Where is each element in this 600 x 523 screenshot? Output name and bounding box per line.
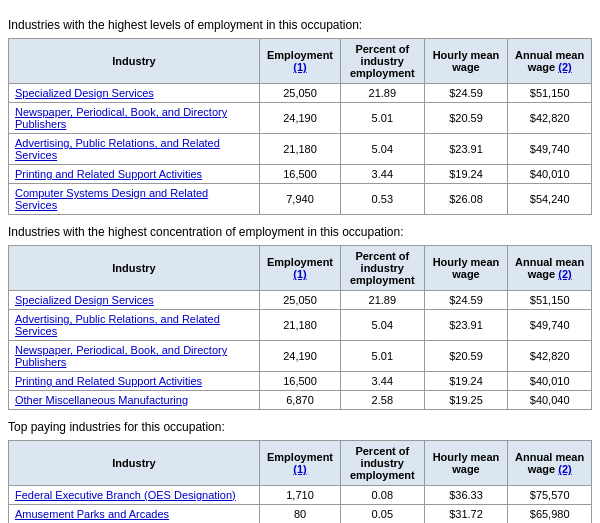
cell-0-2-2: $23.91 <box>424 134 508 165</box>
cell-1-3-3: $40,010 <box>508 372 592 391</box>
table-row: Amusement Parks and Arcades800.05$31.72$… <box>9 505 592 524</box>
cell-0-1-0: 24,190 <box>260 103 341 134</box>
industry-cell-1-3: Printing and Related Support Activities <box>9 372 260 391</box>
table-row: Newspaper, Periodical, Book, and Directo… <box>9 341 592 372</box>
table-row: Specialized Design Services25,05021.89$2… <box>9 291 592 310</box>
cell-2-0-3: $75,570 <box>508 486 592 505</box>
industry-cell-1-0: Specialized Design Services <box>9 291 260 310</box>
section-title-0: Industries with the highest levels of em… <box>8 18 592 32</box>
hourly-header-0: Hourly meanwage <box>424 39 508 84</box>
annual-header-1: Annual meanwage (2) <box>508 246 592 291</box>
industry-table-0: IndustryEmployment(1)Percent ofindustrye… <box>8 38 592 215</box>
industry-link-2-1[interactable]: Amusement Parks and Arcades <box>15 508 169 520</box>
industry-link-0-4[interactable]: Computer Systems Design and Related Serv… <box>15 187 208 211</box>
annual-header-2: Annual meanwage (2) <box>508 441 592 486</box>
industry-link-1-1[interactable]: Advertising, Public Relations, and Relat… <box>15 313 220 337</box>
industry-header-2: Industry <box>9 441 260 486</box>
cell-1-2-1: 5.01 <box>340 341 424 372</box>
cell-0-1-2: $20.59 <box>424 103 508 134</box>
industry-link-0-3[interactable]: Printing and Related Support Activities <box>15 168 202 180</box>
cell-0-4-2: $26.08 <box>424 184 508 215</box>
table-row: Other Miscellaneous Manufacturing6,8702.… <box>9 391 592 410</box>
cell-0-1-3: $42,820 <box>508 103 592 134</box>
industry-cell-0-2: Advertising, Public Relations, and Relat… <box>9 134 260 165</box>
section-title-2: Top paying industries for this occupatio… <box>8 420 592 434</box>
cell-1-4-2: $19.25 <box>424 391 508 410</box>
cell-1-1-2: $23.91 <box>424 310 508 341</box>
employment-footnote-link-0[interactable]: (1) <box>293 61 306 73</box>
industry-table-1: IndustryEmployment(1)Percent ofindustrye… <box>8 245 592 410</box>
hourly-header-2: Hourly meanwage <box>424 441 508 486</box>
employment-header-0: Employment(1) <box>260 39 341 84</box>
industry-link-1-2[interactable]: Newspaper, Periodical, Book, and Directo… <box>15 344 227 368</box>
annual-footnote-link-0[interactable]: (2) <box>558 61 571 73</box>
table-row: Specialized Design Services25,05021.89$2… <box>9 84 592 103</box>
cell-0-0-3: $51,150 <box>508 84 592 103</box>
cell-0-4-3: $54,240 <box>508 184 592 215</box>
annual-footnote-link-1[interactable]: (2) <box>558 268 571 280</box>
industry-header-1: Industry <box>9 246 260 291</box>
industry-link-1-3[interactable]: Printing and Related Support Activities <box>15 375 202 387</box>
table-row: Federal Executive Branch (OES Designatio… <box>9 486 592 505</box>
cell-2-0-1: 0.08 <box>340 486 424 505</box>
cell-0-3-2: $19.24 <box>424 165 508 184</box>
industry-cell-0-4: Computer Systems Design and Related Serv… <box>9 184 260 215</box>
cell-0-2-1: 5.04 <box>340 134 424 165</box>
cell-1-1-0: 21,180 <box>260 310 341 341</box>
table-row: Printing and Related Support Activities1… <box>9 165 592 184</box>
cell-1-1-3: $49,740 <box>508 310 592 341</box>
table-row: Advertising, Public Relations, and Relat… <box>9 134 592 165</box>
industry-link-0-1[interactable]: Newspaper, Periodical, Book, and Directo… <box>15 106 227 130</box>
industry-link-0-0[interactable]: Specialized Design Services <box>15 87 154 99</box>
industry-link-2-0[interactable]: Federal Executive Branch (OES Designatio… <box>15 489 236 501</box>
table-row: Newspaper, Periodical, Book, and Directo… <box>9 103 592 134</box>
cell-2-1-0: 80 <box>260 505 341 524</box>
industry-link-0-2[interactable]: Advertising, Public Relations, and Relat… <box>15 137 220 161</box>
cell-1-0-0: 25,050 <box>260 291 341 310</box>
industry-cell-1-2: Newspaper, Periodical, Book, and Directo… <box>9 341 260 372</box>
hourly-header-1: Hourly meanwage <box>424 246 508 291</box>
cell-0-0-2: $24.59 <box>424 84 508 103</box>
industry-link-1-0[interactable]: Specialized Design Services <box>15 294 154 306</box>
cell-1-0-3: $51,150 <box>508 291 592 310</box>
employment-header-1: Employment(1) <box>260 246 341 291</box>
cell-2-0-2: $36.33 <box>424 486 508 505</box>
cell-1-3-2: $19.24 <box>424 372 508 391</box>
cell-0-1-1: 5.01 <box>340 103 424 134</box>
industry-cell-2-1: Amusement Parks and Arcades <box>9 505 260 524</box>
industry-table-2: IndustryEmployment(1)Percent ofindustrye… <box>8 440 592 523</box>
cell-0-3-3: $40,010 <box>508 165 592 184</box>
annual-header-0: Annual meanwage (2) <box>508 39 592 84</box>
cell-0-0-1: 21.89 <box>340 84 424 103</box>
table-row: Computer Systems Design and Related Serv… <box>9 184 592 215</box>
industry-cell-1-1: Advertising, Public Relations, and Relat… <box>9 310 260 341</box>
table-row: Advertising, Public Relations, and Relat… <box>9 310 592 341</box>
section-title-1: Industries with the highest concentratio… <box>8 225 592 239</box>
cell-2-1-3: $65,980 <box>508 505 592 524</box>
percent-header-0: Percent ofindustryemployment <box>340 39 424 84</box>
cell-0-3-0: 16,500 <box>260 165 341 184</box>
industry-link-1-4[interactable]: Other Miscellaneous Manufacturing <box>15 394 188 406</box>
industry-cell-0-0: Specialized Design Services <box>9 84 260 103</box>
industry-header-0: Industry <box>9 39 260 84</box>
percent-header-2: Percent ofindustryemployment <box>340 441 424 486</box>
cell-1-3-1: 3.44 <box>340 372 424 391</box>
cell-1-2-0: 24,190 <box>260 341 341 372</box>
cell-1-1-1: 5.04 <box>340 310 424 341</box>
industry-cell-0-1: Newspaper, Periodical, Book, and Directo… <box>9 103 260 134</box>
cell-0-3-1: 3.44 <box>340 165 424 184</box>
industry-cell-1-4: Other Miscellaneous Manufacturing <box>9 391 260 410</box>
employment-footnote-link-2[interactable]: (1) <box>293 463 306 475</box>
percent-header-1: Percent ofindustryemployment <box>340 246 424 291</box>
annual-footnote-link-2[interactable]: (2) <box>558 463 571 475</box>
employment-footnote-link-1[interactable]: (1) <box>293 268 306 280</box>
cell-2-1-1: 0.05 <box>340 505 424 524</box>
cell-1-4-3: $40,040 <box>508 391 592 410</box>
industry-cell-2-0: Federal Executive Branch (OES Designatio… <box>9 486 260 505</box>
cell-1-4-0: 6,870 <box>260 391 341 410</box>
cell-1-0-1: 21.89 <box>340 291 424 310</box>
cell-1-3-0: 16,500 <box>260 372 341 391</box>
cell-0-0-0: 25,050 <box>260 84 341 103</box>
cell-0-4-0: 7,940 <box>260 184 341 215</box>
cell-2-0-0: 1,710 <box>260 486 341 505</box>
